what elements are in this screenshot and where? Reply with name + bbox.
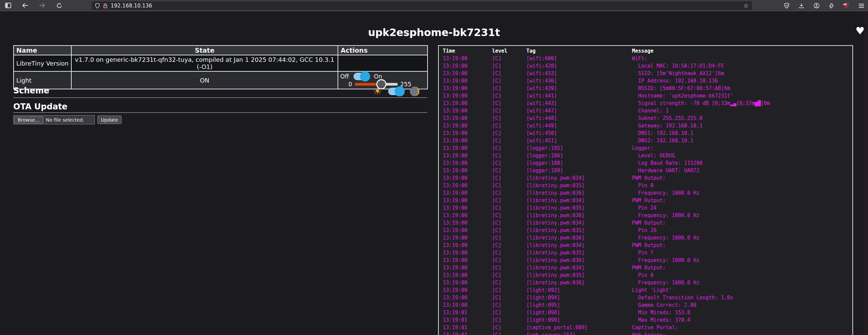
log-level: [C]	[488, 271, 522, 279]
log-time: 13:19:00	[439, 249, 488, 257]
log-row: 13:19:00 [C] [wifi:451] DNS2: 192.168.10…	[439, 137, 852, 144]
ota-file-input[interactable]: Browse… No file selected.	[13, 115, 95, 124]
log-level: [C]	[488, 182, 522, 189]
log-tag: [libretiny.pwm:035]	[522, 271, 628, 279]
entity-name: LibreTiny Version	[14, 55, 71, 71]
log-message: Hostname: 'upk2esphome-bk7231t'	[628, 92, 852, 100]
log-col-time: Time	[439, 46, 488, 55]
insecure-lock-icon[interactable]	[103, 3, 108, 8]
light-toggle[interactable]	[354, 73, 369, 80]
log-tag: [libretiny.pwm:035]	[522, 249, 628, 257]
log-level: [C]	[488, 242, 522, 249]
log-tag: [wifi:450]	[522, 129, 628, 137]
log-level: [C]	[488, 70, 522, 77]
log-message: Log Baud Rate: 115200	[628, 159, 852, 167]
bookmark-star-icon[interactable]: ☆	[743, 2, 749, 9]
log-level: [C]	[488, 144, 522, 152]
log-tag: [logger:186]	[522, 152, 628, 159]
log-tag: [wifi:420]	[522, 62, 628, 70]
log-tag: [libretiny.pwm:034]	[522, 197, 628, 204]
log-row: 13:19:00 [C] [libretiny.pwm:035] Pin 8	[439, 182, 852, 189]
log-level: [C]	[488, 129, 522, 137]
scheme-toggle[interactable]	[388, 88, 404, 95]
scheme-divider	[13, 98, 427, 98]
log-message: PWM Output:	[628, 219, 852, 227]
log-time: 13:19:00	[439, 137, 488, 144]
log-tag: [libretiny.pwm:036]	[522, 189, 628, 197]
log-time: 13:19:00	[439, 264, 488, 271]
log-tag: [libretiny.pwm:036]	[522, 279, 628, 286]
log-time: 13:19:01	[439, 331, 488, 335]
log-row: 13:19:01 [C] [captive_portal:089] Captiv…	[439, 324, 852, 331]
light-toggle-knob[interactable]	[360, 71, 370, 82]
log-level: [C]	[488, 167, 522, 174]
log-time: 13:19:00	[439, 294, 488, 301]
url-bar[interactable]: 192.168.10.136 ☆	[92, 1, 752, 10]
account-icon[interactable]	[812, 2, 820, 10]
browse-button[interactable]: Browse…	[14, 117, 43, 123]
log-message: Channel: 1	[628, 107, 852, 114]
log-tag: [captive_portal:089]	[522, 324, 628, 331]
log-time: 13:19:00	[439, 77, 488, 85]
browser-toolbar: 192.168.10.136 ☆ uB	[0, 0, 868, 11]
reload-icon[interactable]	[55, 1, 63, 10]
log-row: 13:19:01 [C] [light:098] Min Mireds: 153…	[439, 309, 852, 316]
log-tag: [libretiny.pwm:034]	[522, 264, 628, 271]
log-time: 13:19:01	[439, 324, 488, 331]
log-time: 13:19:00	[439, 107, 488, 114]
ublock-shield-icon[interactable]: uB	[842, 2, 850, 10]
url-text[interactable]: 192.168.10.136	[111, 3, 152, 9]
log-message: DNS1: 192.168.10.1	[628, 129, 852, 137]
forward-icon[interactable]	[38, 1, 46, 10]
log-level: [C]	[488, 197, 522, 204]
screen: { "browser": { "url": "192.168.10.136", …	[0, 0, 868, 335]
log-time: 13:19:00	[439, 167, 488, 174]
log-row: 13:19:00 [C] [wifi:420] Local MAC: 10:5A…	[439, 62, 852, 70]
log-row: 13:19:00 [C] [wifi:448] Subnet: 255.255.…	[439, 114, 852, 122]
log-time: 13:19:00	[439, 92, 488, 100]
back-icon[interactable]	[21, 1, 29, 10]
entity-state: v1.7.0 on generic-bk7231t-qfn32-tuya, co…	[71, 55, 338, 71]
log-message: Gamma Correct: 2.80	[628, 301, 852, 309]
slider-min-label: 0	[348, 81, 352, 88]
entity-actions-empty	[338, 55, 428, 71]
page-scrollbar[interactable]	[865, 12, 868, 335]
log-message: Gateway: 192.168.10.1	[628, 122, 852, 129]
log-row: 13:19:00 [C] [light:095] Gamma Correct: …	[439, 301, 852, 309]
shield-icon[interactable]	[95, 3, 100, 8]
log-row: 13:19:00 [C] [libretiny.pwm:035] Pin 24	[439, 204, 852, 212]
log-row: 13:19:01 [C] [web_server:153] Web Server…	[439, 331, 852, 335]
log-row: 13:19:00 [C] [wifi:449] Gateway: 192.168…	[439, 122, 852, 129]
entity-state: ON	[71, 71, 338, 89]
heart-icon[interactable]: ♥	[855, 26, 865, 36]
log-row: 13:19:00 [C] [libretiny.pwm:034] PWM Out…	[439, 219, 852, 227]
log-row: 13:19:00 [C] [logger:186] Level: DEBUG	[439, 152, 852, 159]
log-tag: [light:094]	[522, 294, 628, 301]
col-name: Name	[14, 46, 71, 55]
log-time: 13:19:00	[439, 234, 488, 242]
log-time: 13:19:00	[439, 242, 488, 249]
sidebar-icon[interactable]	[4, 1, 12, 10]
update-button[interactable]: Update	[97, 116, 122, 124]
log-col-tag: Tag	[522, 46, 628, 55]
log-time: 13:19:00	[439, 271, 488, 279]
extension-icon[interactable]	[827, 2, 835, 10]
log-panel[interactable]: Time level Tag Message 13:19:00 [C] [wif…	[438, 45, 853, 335]
log-message: Frequency: 1000.0 Hz	[628, 212, 852, 219]
log-level: [C]	[488, 137, 522, 144]
log-time: 13:19:00	[439, 219, 488, 227]
menu-icon[interactable]	[857, 2, 865, 10]
download-icon[interactable]	[797, 2, 806, 10]
protection-shield-icon[interactable]	[782, 2, 791, 10]
log-row: 13:19:00 [C] [libretiny.pwm:035] Pin 26	[439, 227, 852, 234]
log-tag: [libretiny.pwm:035]	[522, 182, 628, 189]
log-row: 13:19:00 [C] [libretiny.pwm:036] Frequen…	[439, 279, 852, 286]
log-message: Web Server:	[628, 331, 852, 335]
log-tag: [wifi:441]	[522, 92, 628, 100]
log-level: [C]	[488, 189, 522, 197]
scheme-toggle-knob[interactable]	[395, 86, 405, 96]
log-row: 13:19:00 [C] [wifi:600] WiFi:	[439, 55, 852, 62]
scheme-heading: Scheme	[13, 86, 49, 95]
log-time: 13:19:00	[439, 85, 488, 92]
log-row: 13:19:00 [C] [wifi:450] DNS1: 192.168.10…	[439, 129, 852, 137]
